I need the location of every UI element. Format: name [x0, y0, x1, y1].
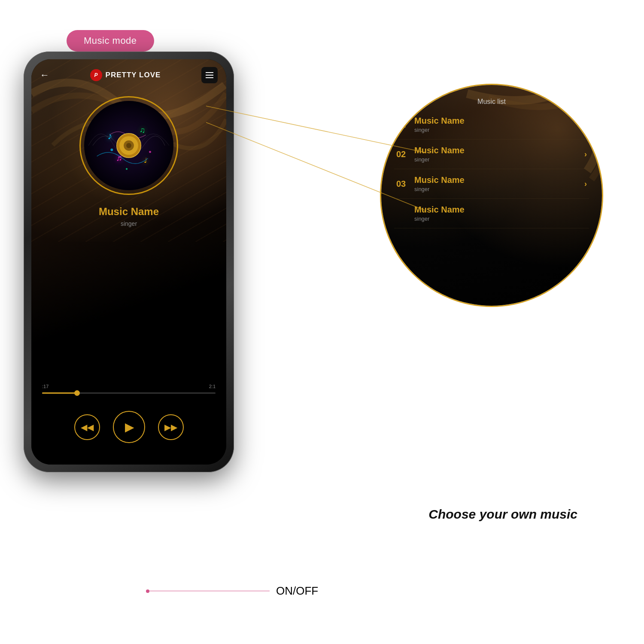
- track-list-name: Music Name: [414, 205, 582, 215]
- track-num: 03: [396, 179, 409, 189]
- back-button[interactable]: ←: [40, 70, 49, 81]
- track-list-singer: singer: [414, 127, 579, 133]
- track-list-name: Music Name: [414, 146, 579, 155]
- music-list-circle: Music list 01 Music Name singer › 02 Mus…: [380, 84, 603, 307]
- track-details: Music Name singer: [414, 205, 582, 222]
- music-list-title: Music list: [381, 85, 602, 110]
- menu-line-1: [206, 72, 213, 73]
- svg-point-8: [149, 151, 151, 153]
- track-singer: singer: [40, 220, 218, 227]
- music-list-items: 01 Music Name singer › 02 Music Name sin…: [381, 110, 602, 228]
- track-list-name: Music Name: [414, 175, 579, 185]
- svg-point-9: [126, 168, 128, 170]
- track-details: Music Name singer: [414, 116, 579, 133]
- logo-area: P PRETTY LOVE: [90, 69, 161, 81]
- album-art: ♪ ♫ ♬ ♩: [84, 101, 173, 190]
- phone-outer: ← P PRETTY LOVE: [24, 52, 234, 472]
- play-button[interactable]: ▶: [113, 411, 145, 443]
- track-chevron-icon: ›: [584, 150, 587, 159]
- phone-container: ← P PRETTY LOVE: [24, 52, 234, 472]
- onoff-dot: [146, 589, 149, 593]
- svg-text:♫: ♫: [140, 126, 145, 134]
- onoff-annotation: ON/OFF: [146, 584, 318, 598]
- svg-point-7: [110, 149, 113, 151]
- next-icon: ▶▶: [164, 422, 177, 432]
- phone-screen: ← P PRETTY LOVE: [31, 59, 226, 465]
- track-name: Music Name: [40, 206, 218, 218]
- track-details: Music Name singer: [414, 146, 579, 163]
- onoff-label: ON/OFF: [276, 584, 318, 598]
- track-chevron-icon: ›: [584, 120, 587, 129]
- album-ring: ♪ ♫ ♬ ♩: [79, 96, 178, 195]
- time-row: :17 2:1: [42, 384, 216, 389]
- track-list-singer: singer: [414, 186, 579, 192]
- logo-text: PRETTY LOVE: [106, 71, 161, 79]
- svg-text:♪: ♪: [107, 131, 112, 141]
- prev-icon: ◀◀: [81, 422, 94, 432]
- music-list-item[interactable]: Music Name singer: [394, 199, 589, 228]
- menu-button[interactable]: [201, 67, 218, 83]
- bottom-spacer: [31, 452, 226, 465]
- progress-handle[interactable]: [74, 390, 80, 396]
- progress-section: :17 2:1: [31, 373, 226, 396]
- track-num: 02: [396, 149, 409, 159]
- prev-button[interactable]: ◀◀: [74, 414, 100, 440]
- music-mode-badge: Music mode: [67, 30, 154, 52]
- playback-controls: ◀◀ ▶ ▶▶: [31, 396, 226, 452]
- music-list-item[interactable]: 01 Music Name singer ›: [394, 110, 589, 140]
- menu-line-2: [206, 75, 213, 76]
- app-screen: ← P PRETTY LOVE: [31, 59, 226, 465]
- play-icon: ▶: [125, 420, 134, 434]
- menu-line-3: [206, 77, 213, 78]
- track-chevron-icon: ›: [584, 179, 587, 188]
- music-list-background: Music list 01 Music Name singer › 02 Mus…: [381, 85, 602, 306]
- logo-icon: P: [90, 69, 102, 81]
- track-list-singer: singer: [414, 216, 582, 222]
- time-current: :17: [42, 384, 49, 389]
- progress-fill: [42, 392, 77, 394]
- app-header: ← P PRETTY LOVE: [31, 59, 226, 88]
- choose-text: Choose your own music: [428, 507, 577, 522]
- progress-bar[interactable]: [42, 392, 216, 394]
- album-section: ♪ ♫ ♬ ♩: [31, 88, 226, 199]
- track-list-name: Music Name: [414, 116, 579, 126]
- track-info: Music Name singer: [31, 199, 226, 229]
- spacer: [31, 229, 226, 373]
- time-total: 2:1: [209, 384, 216, 389]
- onoff-line: [149, 591, 270, 591]
- track-list-singer: singer: [414, 156, 579, 163]
- track-details: Music Name singer: [414, 175, 579, 192]
- music-list-item[interactable]: 02 Music Name singer ›: [394, 140, 589, 169]
- svg-point-14: [126, 143, 131, 148]
- track-num: 01: [396, 120, 409, 130]
- next-button[interactable]: ▶▶: [158, 414, 184, 440]
- music-list-item[interactable]: 03 Music Name singer ›: [394, 169, 589, 199]
